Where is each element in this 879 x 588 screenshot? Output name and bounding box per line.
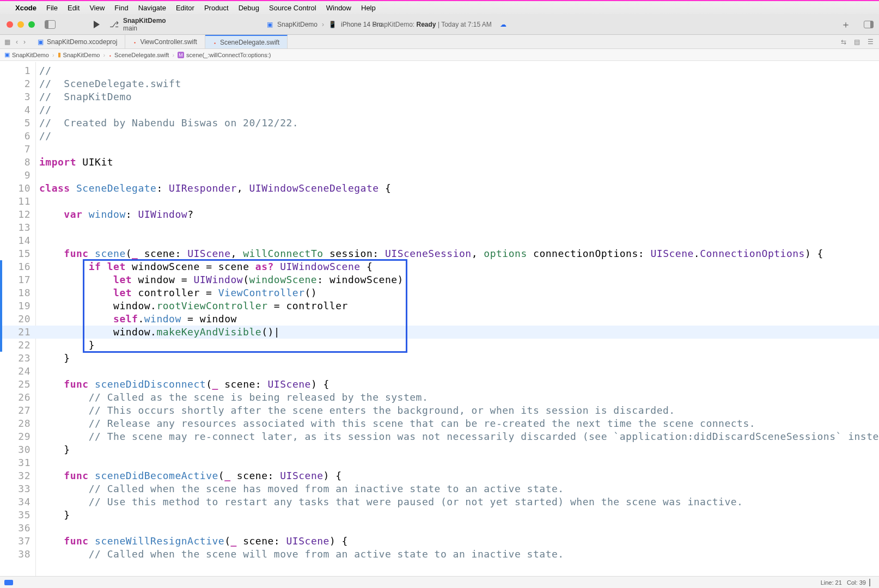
code-text[interactable]: } — [39, 443, 70, 456]
code-text[interactable]: // Created by Nabendu Biswas on 20/12/22… — [39, 117, 298, 130]
code-text[interactable]: class SceneDelegate: UIResponder, UIWind… — [39, 182, 391, 195]
code-line[interactable]: 28 // Release any resources associated w… — [0, 417, 874, 430]
menu-navigate[interactable]: Navigate — [138, 4, 166, 12]
code-line[interactable]: 11 — [0, 195, 874, 208]
code-editor[interactable]: 1//2// SceneDelegate.swift3// SnapKitDem… — [0, 62, 879, 576]
tab-viewcontroller[interactable]: ⬩ ViewController.swift — [125, 35, 205, 48]
code-text[interactable]: func sceneDidDisconnect(_ scene: UIScene… — [39, 378, 329, 391]
code-line[interactable]: 1// — [0, 64, 874, 77]
code-text[interactable]: // — [39, 103, 52, 117]
back-button[interactable]: ‹ — [16, 38, 18, 46]
code-line[interactable]: 8import UIKit — [0, 156, 874, 169]
code-line[interactable]: 20 self.window = window — [0, 313, 874, 326]
code-line[interactable]: 17 let window = UIWindow(windowScene: wi… — [0, 273, 874, 286]
code-text[interactable]: // This occurs shortly after the scene e… — [39, 404, 675, 417]
menu-edit[interactable]: Edit — [68, 4, 80, 12]
menu-editor[interactable]: Editor — [176, 4, 194, 12]
code-text[interactable]: // Called as the scene is being released… — [39, 391, 428, 404]
close-window-button[interactable] — [7, 21, 13, 28]
menubar-app[interactable]: Xcode — [15, 4, 36, 12]
code-line[interactable]: 36 — [0, 522, 874, 535]
jumpbar-item[interactable]: SnapKitDemo — [12, 52, 49, 58]
code-line[interactable]: 3// SnapKitDemo — [0, 90, 874, 103]
code-line[interactable]: 25 func sceneDidDisconnect(_ scene: UISc… — [0, 378, 874, 391]
run-button[interactable] — [94, 21, 100, 28]
code-text[interactable]: // Called when the scene has moved from … — [39, 482, 564, 495]
tab-project-file[interactable]: ▣ SnapKitDemo.xcodeproj — [30, 35, 125, 48]
code-line[interactable]: 16 if let windowScene = scene as? UIWind… — [0, 260, 874, 273]
code-line[interactable]: 24 — [0, 365, 874, 378]
code-line[interactable]: 29 // The scene may re-connect later, as… — [0, 430, 874, 443]
code-text[interactable]: } — [39, 352, 70, 365]
dock-icon[interactable] — [4, 580, 13, 585]
code-text[interactable]: var window: UIWindow? — [39, 208, 193, 221]
branch-menu-icon[interactable]: ⎇ — [109, 20, 119, 29]
code-line[interactable]: 22 } — [0, 339, 874, 352]
code-line[interactable]: 10class SceneDelegate: UIResponder, UIWi… — [0, 182, 874, 195]
code-line[interactable]: 15 func scene(_ scene: UIScene, willConn… — [0, 247, 874, 260]
code-line[interactable]: 4// — [0, 103, 874, 117]
menu-window[interactable]: Window — [326, 4, 351, 12]
code-line[interactable]: 13 — [0, 221, 874, 234]
code-text[interactable]: self.window = window — [39, 313, 237, 326]
zoom-window-button[interactable] — [28, 21, 35, 28]
code-line[interactable]: 32 func sceneDidBecomeActive(_ scene: UI… — [0, 469, 874, 482]
code-line[interactable]: 6// — [0, 130, 874, 143]
related-items-icon[interactable]: ▦ — [4, 38, 10, 46]
code-text[interactable]: window.makeKeyAndVisible()| — [39, 326, 280, 339]
menu-source-control[interactable]: Source Control — [269, 4, 316, 12]
code-text[interactable]: } — [39, 339, 95, 352]
code-text[interactable]: func scene(_ scene: UIScene, willConnect… — [39, 247, 823, 260]
jumpbar[interactable]: ▣ SnapKitDemo › ▮ SnapKitDemo › ⬩ SceneD… — [0, 49, 879, 61]
forward-button[interactable]: › — [23, 38, 26, 46]
code-line[interactable]: 5// Created by Nabendu Biswas on 20/12/2… — [0, 117, 874, 130]
code-text[interactable]: func sceneDidBecomeActive(_ scene: UISce… — [39, 469, 342, 482]
minimap-toggle-icon[interactable]: ⇆ — [841, 38, 846, 46]
code-line[interactable]: 23 } — [0, 352, 874, 365]
editor-layout-icon[interactable]: ▤ — [854, 38, 860, 46]
code-line[interactable]: 12 var window: UIWindow? — [0, 208, 874, 221]
code-line[interactable]: 2// SceneDelegate.swift — [0, 77, 874, 90]
add-editor-button[interactable]: ＋ — [841, 18, 851, 31]
code-line[interactable]: 27 // This occurs shortly after the scen… — [0, 404, 874, 417]
jumpbar-item[interactable]: SceneDelegate.swift — [114, 52, 169, 58]
inspector-icon[interactable] — [869, 579, 870, 586]
menu-debug[interactable]: Debug — [239, 4, 259, 12]
code-text[interactable]: } — [39, 509, 70, 522]
code-text[interactable]: let window = UIWindow(windowScene: windo… — [39, 273, 404, 286]
code-line[interactable]: 38 // Called when the scene will move fr… — [0, 548, 874, 561]
scheme-selector[interactable]: ▣ SnapKitDemo › 📱 iPhone 14 Pro — [267, 21, 382, 28]
code-text[interactable]: // The scene may re-connect later, as it… — [39, 430, 879, 443]
jumpbar-item[interactable]: scene(_:willConnectTo:options:) — [186, 52, 271, 58]
code-line[interactable]: 21 window.makeKeyAndVisible()| — [0, 326, 874, 339]
code-text[interactable]: import UIKit — [39, 156, 113, 169]
menu-product[interactable]: Product — [204, 4, 229, 12]
code-line[interactable]: 33 // Called when the scene has moved fr… — [0, 482, 874, 495]
code-text[interactable]: // Release any resources associated with… — [39, 417, 755, 430]
menu-file[interactable]: File — [46, 4, 58, 12]
menu-view[interactable]: View — [89, 4, 105, 12]
code-line[interactable]: 31 — [0, 456, 874, 469]
code-text[interactable]: // SceneDelegate.swift — [39, 77, 181, 90]
code-text[interactable]: // — [39, 64, 52, 77]
code-line[interactable]: 18 let controller = ViewController() — [0, 286, 874, 299]
tab-scenedelegate[interactable]: ⬩ SceneDelegate.swift — [205, 35, 288, 48]
code-text[interactable]: // Use this method to restart any tasks … — [39, 495, 743, 509]
editor-options-icon[interactable]: ☰ — [868, 38, 874, 46]
code-line[interactable]: 19 window.rootViewController = controlle… — [0, 299, 874, 313]
menu-help[interactable]: Help — [361, 4, 376, 12]
code-line[interactable]: 7 — [0, 143, 874, 156]
code-text[interactable]: let controller = ViewController() — [39, 286, 317, 299]
code-text[interactable]: // Called when the scene will move from … — [39, 548, 564, 561]
toggle-inspectors-button[interactable] — [864, 21, 874, 28]
jumpbar-item[interactable]: SnapKitDemo — [63, 52, 100, 58]
code-line[interactable]: 35 } — [0, 509, 874, 522]
code-line[interactable]: 26 // Called as the scene is being relea… — [0, 391, 874, 404]
code-line[interactable]: 9 — [0, 169, 874, 182]
minimize-window-button[interactable] — [17, 21, 24, 28]
code-text[interactable]: // — [39, 130, 52, 143]
toggle-navigator-button[interactable] — [45, 20, 56, 29]
code-line[interactable]: 37 func sceneWillResignActive(_ scene: U… — [0, 535, 874, 548]
code-line[interactable]: 30 } — [0, 443, 874, 456]
menu-find[interactable]: Find — [114, 4, 128, 12]
